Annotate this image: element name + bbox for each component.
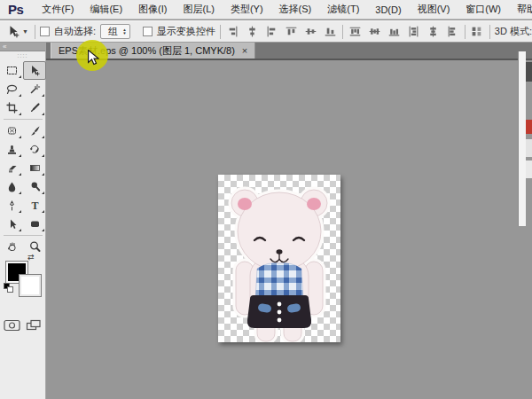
menu-select[interactable]: 选择(S) xyxy=(271,3,320,16)
tool-eyedropper[interactable] xyxy=(23,98,46,117)
distribute-vertical-centers-button[interactable] xyxy=(367,24,382,39)
distribute-right-edges-icon xyxy=(447,26,458,37)
default-white-swatch xyxy=(7,286,13,293)
tool-hand[interactable] xyxy=(0,238,23,256)
dock-panel-icon[interactable] xyxy=(526,139,532,157)
document-tab-bar: EPS素材.eps @ 100% (图层 1, CMYK/8) × xyxy=(46,43,532,60)
flyout-indicator xyxy=(19,154,21,157)
tool-shape[interactable] xyxy=(23,215,46,233)
3d-mode-label: 3D 模式: xyxy=(495,25,532,38)
toolbox-collapse-button[interactable]: « xyxy=(0,43,45,51)
distribute-vertical-centers-icon xyxy=(369,26,380,37)
menu-layer[interactable]: 图层(L) xyxy=(175,3,222,16)
align-right-edges-button[interactable] xyxy=(264,24,279,39)
menu-file[interactable]: 文件(F) xyxy=(34,3,82,16)
tool-blur[interactable] xyxy=(0,177,23,196)
tool-zoom[interactable] xyxy=(23,238,46,256)
move-tool-icon xyxy=(7,25,20,38)
menu-bar: Ps 文件(F) 编辑(E) 图像(I) 图层(L) 类型(Y) 选择(S) 滤… xyxy=(0,0,532,20)
dock-panel-icon[interactable] xyxy=(526,62,532,82)
tool-move[interactable] xyxy=(23,61,46,80)
align-top-edges-button[interactable] xyxy=(284,24,299,39)
tool-gradient[interactable] xyxy=(23,159,46,177)
menu-help[interactable]: 帮助(H) xyxy=(509,3,532,16)
background-color-swatch[interactable] xyxy=(20,275,41,296)
flyout-indicator xyxy=(42,154,44,157)
show-transform-controls-checkbox[interactable] xyxy=(143,27,153,36)
tool-path-selection[interactable] xyxy=(0,215,23,233)
menu-filter[interactable]: 滤镜(T) xyxy=(319,3,367,16)
tool-history-brush[interactable] xyxy=(23,140,46,159)
type-tool-icon: T xyxy=(29,200,41,211)
flyout-indicator xyxy=(42,94,44,97)
distribute-right-edges-button[interactable] xyxy=(445,24,460,39)
align-horizontal-centers-button[interactable] xyxy=(245,24,260,39)
menu-3d[interactable]: 3D(D) xyxy=(367,4,409,15)
tool-rectangular-marquee[interactable] xyxy=(0,61,23,80)
tool-options-bar: ▼ 自动选择: 组 ▲▼ 显示变换控件 xyxy=(0,20,532,43)
flyout-indicator xyxy=(42,210,44,213)
dock-panel-icon[interactable] xyxy=(526,160,532,178)
menu-image[interactable]: 图像(I) xyxy=(130,3,175,16)
default-colors-icon[interactable] xyxy=(4,283,13,293)
toolbox-panel: « :::: xyxy=(0,43,46,399)
tool-magic-wand[interactable] xyxy=(23,80,46,98)
tool-spot-healing-brush[interactable] xyxy=(0,121,23,140)
tool-brush[interactable] xyxy=(23,121,46,140)
zoom-magnifier-icon xyxy=(29,241,41,253)
dock-divider[interactable] xyxy=(518,51,526,226)
distribute-top-edges-button[interactable] xyxy=(348,24,363,39)
distribute-horizontal-centers-icon xyxy=(427,26,439,37)
menu-edit[interactable]: 编辑(E) xyxy=(82,3,130,16)
screen-mode-button[interactable] xyxy=(26,319,42,332)
auto-select-target-dropdown[interactable]: 组 ▲▼ xyxy=(100,24,130,39)
tool-lasso[interactable] xyxy=(0,80,23,98)
svg-text:T: T xyxy=(31,200,38,211)
tool-clone-stamp[interactable] xyxy=(0,140,23,159)
distribute-horizontal-centers-button[interactable] xyxy=(426,24,441,39)
menu-type[interactable]: 类型(Y) xyxy=(223,3,271,16)
distribute-top-edges-icon xyxy=(349,26,361,37)
auto-select-label: 自动选择: xyxy=(54,25,96,38)
brush-icon xyxy=(29,125,41,137)
document-canvas[interactable] xyxy=(218,175,340,342)
align-left-edges-icon xyxy=(227,26,239,37)
flyout-indicator xyxy=(42,173,44,176)
pen-icon xyxy=(6,200,18,211)
distribute-left-edges-button[interactable] xyxy=(406,24,421,39)
swap-colors-icon[interactable]: ⇄ xyxy=(27,253,35,262)
flyout-indicator xyxy=(19,94,21,97)
separator xyxy=(342,25,343,39)
align-horizontal-centers-icon xyxy=(246,26,258,37)
align-vertical-centers-button[interactable] xyxy=(303,24,318,39)
tool-type[interactable]: T xyxy=(23,196,46,215)
spot-healing-brush-icon xyxy=(6,125,18,137)
dock-panel-icon-red[interactable] xyxy=(526,120,532,134)
crop-icon xyxy=(6,102,18,113)
canvas-area[interactable] xyxy=(46,60,532,399)
right-panel-dock xyxy=(518,51,532,399)
tab-close-icon[interactable]: × xyxy=(242,45,247,56)
toolbox-grip-handle[interactable]: :::: xyxy=(0,51,45,61)
path-selection-icon xyxy=(6,218,18,230)
magic-wand-icon xyxy=(29,83,41,95)
tool-pen[interactable] xyxy=(0,196,23,215)
auto-align-layers-button[interactable] xyxy=(470,24,485,39)
quick-mask-mode-button[interactable] xyxy=(4,319,21,332)
auto-align-layers-icon xyxy=(471,26,483,37)
separator xyxy=(489,25,490,39)
tool-preset-picker[interactable]: ▼ xyxy=(5,24,30,39)
align-left-edges-button[interactable] xyxy=(225,24,240,39)
rectangular-marquee-icon xyxy=(6,65,18,76)
tool-crop[interactable] xyxy=(0,98,23,117)
menu-window[interactable]: 窗口(W) xyxy=(458,3,509,16)
document-tab[interactable]: EPS素材.eps @ 100% (图层 1, CMYK/8) × xyxy=(51,43,255,59)
flyout-indicator xyxy=(19,210,21,213)
auto-select-checkbox[interactable] xyxy=(40,27,50,36)
menu-view[interactable]: 视图(V) xyxy=(410,3,458,16)
align-bottom-edges-button[interactable] xyxy=(323,24,338,39)
tool-eraser[interactable] xyxy=(0,159,23,177)
flyout-indicator xyxy=(42,136,44,138)
distribute-bottom-edges-button[interactable] xyxy=(387,24,402,39)
tool-dodge[interactable] xyxy=(23,177,46,196)
